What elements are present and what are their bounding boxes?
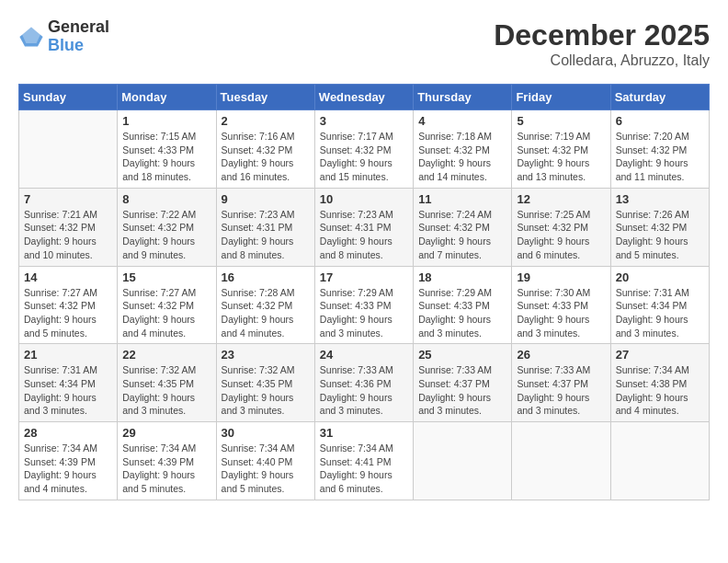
logo-general-text: General	[48, 17, 109, 36]
calendar-header-row: SundayMondayTuesdayWednesdayThursdayFrid…	[19, 85, 710, 110]
day-number: 16	[222, 270, 310, 284]
day-info: Sunrise: 7:27 AM Sunset: 4:32 PM Dayligh…	[122, 286, 210, 340]
day-info: Sunrise: 7:22 AM Sunset: 4:32 PM Dayligh…	[122, 208, 210, 262]
calendar-cell: 8Sunrise: 7:22 AM Sunset: 4:32 PM Daylig…	[118, 188, 216, 266]
calendar-cell: 25Sunrise: 7:33 AM Sunset: 4:37 PM Dayli…	[414, 344, 512, 422]
day-number: 17	[320, 270, 408, 284]
calendar-cell: 3Sunrise: 7:17 AM Sunset: 4:32 PM Daylig…	[314, 110, 413, 189]
calendar-cell: 17Sunrise: 7:29 AM Sunset: 4:33 PM Dayli…	[314, 266, 413, 344]
logo-icon	[18, 24, 44, 50]
day-of-week-header: Saturday	[610, 85, 709, 110]
day-info: Sunrise: 7:20 AM Sunset: 4:32 PM Dayligh…	[616, 130, 704, 184]
calendar-week-row: 7Sunrise: 7:21 AM Sunset: 4:32 PM Daylig…	[19, 188, 710, 266]
calendar-week-row: 14Sunrise: 7:27 AM Sunset: 4:32 PM Dayli…	[19, 266, 710, 344]
day-number: 12	[517, 192, 605, 206]
day-of-week-header: Thursday	[414, 85, 512, 110]
calendar-cell: 30Sunrise: 7:34 AM Sunset: 4:40 PM Dayli…	[216, 422, 314, 500]
calendar-cell: 1Sunrise: 7:15 AM Sunset: 4:33 PM Daylig…	[118, 110, 216, 189]
day-info: Sunrise: 7:30 AM Sunset: 4:33 PM Dayligh…	[517, 286, 605, 340]
calendar-cell: 14Sunrise: 7:27 AM Sunset: 4:32 PM Dayli…	[19, 266, 118, 344]
day-info: Sunrise: 7:26 AM Sunset: 4:32 PM Dayligh…	[616, 208, 704, 262]
logo-blue-text: Blue	[48, 36, 84, 54]
day-number: 15	[122, 270, 210, 284]
calendar-week-row: 1Sunrise: 7:15 AM Sunset: 4:33 PM Daylig…	[19, 110, 710, 189]
calendar-cell: 18Sunrise: 7:29 AM Sunset: 4:33 PM Dayli…	[414, 266, 512, 344]
day-info: Sunrise: 7:34 AM Sunset: 4:39 PM Dayligh…	[122, 442, 210, 496]
day-info: Sunrise: 7:24 AM Sunset: 4:32 PM Dayligh…	[418, 208, 506, 262]
day-number: 1	[122, 114, 210, 128]
calendar-cell: 15Sunrise: 7:27 AM Sunset: 4:32 PM Dayli…	[118, 266, 216, 344]
calendar-cell: 6Sunrise: 7:20 AM Sunset: 4:32 PM Daylig…	[610, 110, 709, 189]
calendar-week-row: 28Sunrise: 7:34 AM Sunset: 4:39 PM Dayli…	[19, 422, 710, 500]
calendar-cell	[19, 110, 118, 189]
calendar-cell: 24Sunrise: 7:33 AM Sunset: 4:36 PM Dayli…	[314, 344, 413, 422]
calendar-cell	[512, 422, 610, 500]
calendar-cell: 12Sunrise: 7:25 AM Sunset: 4:32 PM Dayli…	[512, 188, 610, 266]
calendar-cell: 23Sunrise: 7:32 AM Sunset: 4:35 PM Dayli…	[216, 344, 314, 422]
day-info: Sunrise: 7:19 AM Sunset: 4:32 PM Dayligh…	[517, 130, 605, 184]
calendar-cell: 22Sunrise: 7:32 AM Sunset: 4:35 PM Dayli…	[118, 344, 216, 422]
day-number: 11	[418, 192, 506, 206]
day-of-week-header: Friday	[512, 85, 610, 110]
day-number: 14	[24, 270, 112, 284]
calendar-cell: 11Sunrise: 7:24 AM Sunset: 4:32 PM Dayli…	[414, 188, 512, 266]
day-number: 24	[320, 348, 408, 362]
calendar-title: December 2025	[494, 18, 710, 52]
calendar-cell: 9Sunrise: 7:23 AM Sunset: 4:31 PM Daylig…	[216, 188, 314, 266]
day-info: Sunrise: 7:25 AM Sunset: 4:32 PM Dayligh…	[517, 208, 605, 262]
day-number: 6	[616, 114, 704, 128]
day-info: Sunrise: 7:18 AM Sunset: 4:32 PM Dayligh…	[418, 130, 506, 184]
calendar-cell: 21Sunrise: 7:31 AM Sunset: 4:34 PM Dayli…	[19, 344, 118, 422]
day-number: 29	[122, 426, 210, 440]
day-info: Sunrise: 7:33 AM Sunset: 4:37 PM Dayligh…	[418, 363, 506, 418]
day-info: Sunrise: 7:23 AM Sunset: 4:31 PM Dayligh…	[320, 208, 408, 262]
day-number: 22	[122, 348, 210, 362]
calendar-cell: 16Sunrise: 7:28 AM Sunset: 4:32 PM Dayli…	[216, 266, 314, 344]
calendar-subtitle: Colledara, Abruzzo, Italy	[494, 52, 710, 69]
day-info: Sunrise: 7:27 AM Sunset: 4:32 PM Dayligh…	[24, 286, 112, 340]
day-of-week-header: Tuesday	[216, 85, 314, 110]
day-info: Sunrise: 7:29 AM Sunset: 4:33 PM Dayligh…	[418, 286, 506, 340]
calendar-cell: 31Sunrise: 7:34 AM Sunset: 4:41 PM Dayli…	[314, 422, 413, 500]
calendar-cell: 28Sunrise: 7:34 AM Sunset: 4:39 PM Dayli…	[19, 422, 118, 500]
day-of-week-header: Sunday	[19, 85, 118, 110]
day-number: 2	[222, 114, 310, 128]
calendar-cell: 26Sunrise: 7:33 AM Sunset: 4:37 PM Dayli…	[512, 344, 610, 422]
day-number: 28	[24, 426, 112, 440]
day-number: 10	[320, 192, 408, 206]
day-number: 19	[517, 270, 605, 284]
day-number: 26	[517, 348, 605, 362]
title-block: December 2025 Colledara, Abruzzo, Italy	[494, 18, 710, 69]
day-info: Sunrise: 7:15 AM Sunset: 4:33 PM Dayligh…	[122, 130, 210, 184]
day-number: 3	[320, 114, 408, 128]
day-number: 18	[418, 270, 506, 284]
day-info: Sunrise: 7:32 AM Sunset: 4:35 PM Dayligh…	[122, 363, 210, 418]
day-number: 9	[222, 192, 310, 206]
calendar-cell	[610, 422, 709, 500]
page-header: General Blue December 2025 Colledara, Ab…	[18, 18, 710, 69]
day-number: 4	[418, 114, 506, 128]
day-info: Sunrise: 7:33 AM Sunset: 4:37 PM Dayligh…	[517, 363, 605, 418]
day-number: 5	[517, 114, 605, 128]
day-info: Sunrise: 7:23 AM Sunset: 4:31 PM Dayligh…	[222, 208, 310, 262]
calendar-cell	[414, 422, 512, 500]
day-number: 27	[616, 348, 704, 362]
calendar-cell: 20Sunrise: 7:31 AM Sunset: 4:34 PM Dayli…	[610, 266, 709, 344]
day-of-week-header: Monday	[118, 85, 216, 110]
calendar-cell: 2Sunrise: 7:16 AM Sunset: 4:32 PM Daylig…	[216, 110, 314, 189]
calendar-cell: 5Sunrise: 7:19 AM Sunset: 4:32 PM Daylig…	[512, 110, 610, 189]
day-info: Sunrise: 7:28 AM Sunset: 4:32 PM Dayligh…	[222, 286, 310, 340]
day-info: Sunrise: 7:29 AM Sunset: 4:33 PM Dayligh…	[320, 286, 408, 340]
day-number: 8	[122, 192, 210, 206]
day-info: Sunrise: 7:34 AM Sunset: 4:38 PM Dayligh…	[616, 363, 704, 418]
day-info: Sunrise: 7:34 AM Sunset: 4:41 PM Dayligh…	[320, 442, 408, 496]
day-info: Sunrise: 7:31 AM Sunset: 4:34 PM Dayligh…	[616, 286, 704, 340]
day-info: Sunrise: 7:16 AM Sunset: 4:32 PM Dayligh…	[222, 130, 310, 184]
day-number: 13	[616, 192, 704, 206]
day-info: Sunrise: 7:34 AM Sunset: 4:40 PM Dayligh…	[222, 442, 310, 496]
day-info: Sunrise: 7:17 AM Sunset: 4:32 PM Dayligh…	[320, 130, 408, 184]
day-number: 25	[418, 348, 506, 362]
calendar-cell: 7Sunrise: 7:21 AM Sunset: 4:32 PM Daylig…	[19, 188, 118, 266]
day-number: 30	[222, 426, 310, 440]
day-info: Sunrise: 7:33 AM Sunset: 4:36 PM Dayligh…	[320, 363, 408, 418]
